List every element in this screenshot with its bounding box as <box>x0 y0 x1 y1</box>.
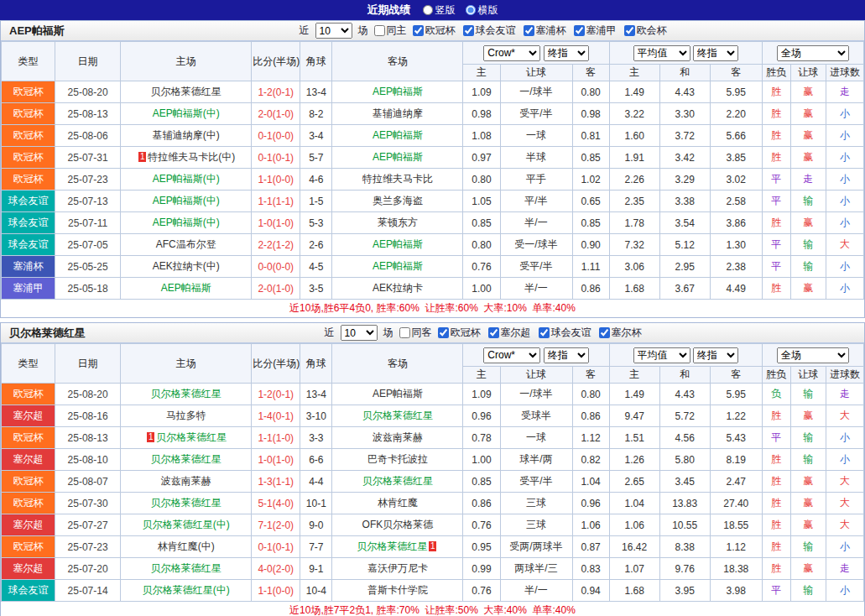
away-team-cell[interactable]: AEP帕福斯 <box>332 125 463 147</box>
league-filter[interactable]: 塞尔杯 <box>599 326 642 340</box>
league-checkbox[interactable] <box>413 25 424 36</box>
league-filter[interactable]: 塞尔超 <box>488 326 531 340</box>
away-team-cell[interactable]: 嘉沃伊万尼卡 <box>332 558 463 580</box>
average-time-select[interactable]: 终指 <box>693 45 738 61</box>
home-team-cell[interactable]: AEP帕福斯(中) <box>121 103 252 125</box>
layout-option-vertical[interactable]: 竖版 <box>423 3 456 18</box>
layout-radio[interactable] <box>466 5 476 15</box>
score-cell[interactable]: 1-0(1-0) <box>252 212 300 234</box>
league-checkbox[interactable] <box>539 327 550 338</box>
score-cell[interactable]: 1-1(0-0) <box>252 580 300 602</box>
odds-time-select[interactable]: 终指 <box>544 45 589 61</box>
score-cell[interactable]: 1-2(0-1) <box>252 384 300 405</box>
layout-radio[interactable] <box>423 5 433 15</box>
away-team-cell[interactable]: 基辅迪纳摩 <box>332 103 463 125</box>
home-team-cell[interactable]: 马拉多特 <box>121 405 252 427</box>
score-cell[interactable]: 1-1(1-1) <box>252 191 300 212</box>
away-team-cell[interactable]: AEP帕福斯 <box>332 81 463 103</box>
odds-source-select[interactable]: Crow* <box>483 347 540 363</box>
home-team-cell[interactable]: 贝尔格莱德红星 <box>121 384 252 405</box>
league-checkbox[interactable] <box>463 25 474 36</box>
away-team-cell[interactable]: AEP帕福斯 <box>332 234 463 256</box>
away-team-cell[interactable]: 贝尔格莱德红星 <box>332 471 463 493</box>
away-team-cell[interactable]: AEP帕福斯 <box>332 147 463 169</box>
home-team-cell[interactable]: AFC温布尔登 <box>121 234 252 256</box>
score-cell[interactable]: 2-2(1-2) <box>252 234 300 256</box>
away-team-cell[interactable]: AEP帕福斯 <box>332 256 463 278</box>
scope-select[interactable]: 全场 <box>777 347 849 363</box>
score-cell[interactable]: 2-0(1-0) <box>252 103 300 125</box>
away-team-cell[interactable]: 波兹南莱赫 <box>332 427 463 449</box>
away-team-cell[interactable]: 巴奇卡托波拉 <box>332 449 463 471</box>
recent-count-select[interactable]: 10 <box>315 23 352 39</box>
home-team-cell[interactable]: 贝尔格莱德红星(中) <box>121 514 252 536</box>
league-filter[interactable]: 欧会杯 <box>624 23 667 38</box>
home-team-cell[interactable]: 1贝尔格莱德红星 <box>121 427 252 449</box>
score-cell[interactable]: 0-1(0-0) <box>252 125 300 147</box>
league-checkbox[interactable] <box>438 327 449 338</box>
home-team-cell[interactable]: 林肯红魔(中) <box>121 536 252 558</box>
home-team-cell[interactable]: 波兹南莱赫 <box>121 471 252 493</box>
odds-time-select[interactable]: 终指 <box>544 347 589 363</box>
away-team-cell[interactable]: OFK贝尔格莱德 <box>332 514 463 536</box>
league-checkbox[interactable] <box>488 327 499 338</box>
score-cell[interactable]: 0-0(0-0) <box>252 256 300 278</box>
same-venue-checkbox[interactable] <box>374 25 385 36</box>
score-cell[interactable]: 7-1(2-0) <box>252 514 300 536</box>
away-team-cell[interactable]: 贝尔格莱德红星 <box>332 405 463 427</box>
home-team-cell[interactable]: AEK拉纳卡(中) <box>121 256 252 278</box>
odds-away-cell: 1.12 <box>572 427 609 449</box>
score-cell[interactable]: 5-1(4-0) <box>252 493 300 514</box>
home-team-cell[interactable]: 基辅迪纳摩(中) <box>121 125 252 147</box>
home-team-cell[interactable]: AEP帕福斯(中) <box>121 191 252 212</box>
recent-count-select[interactable]: 10 <box>341 325 378 341</box>
average-time-select[interactable]: 终指 <box>693 347 738 363</box>
league-filter[interactable]: 欧冠杯 <box>438 326 481 340</box>
score-cell[interactable]: 1-1(0-0) <box>252 169 300 191</box>
league-checkbox[interactable] <box>574 25 585 36</box>
league-filter[interactable]: 欧冠杯 <box>413 23 456 38</box>
home-team-cell[interactable]: AEP帕福斯 <box>121 278 252 300</box>
away-team-cell[interactable]: AEK拉纳卡 <box>332 278 463 300</box>
score-cell[interactable]: 0-1(0-1) <box>252 147 300 169</box>
home-team-cell[interactable]: 贝尔格莱德红星(中) <box>121 580 252 602</box>
league-checkbox[interactable] <box>599 327 610 338</box>
league-filter[interactable]: 塞浦甲 <box>574 23 617 38</box>
score-cell[interactable]: 1-2(0-1) <box>252 81 300 103</box>
league-filter[interactable]: 球会友谊 <box>539 326 591 340</box>
home-team-cell[interactable]: AEP帕福斯(中) <box>121 169 252 191</box>
odds-source-select[interactable]: Crow* <box>483 45 540 61</box>
layout-option-horizontal[interactable]: 横版 <box>466 3 498 18</box>
away-team-cell[interactable]: 莱顿东方 <box>332 212 463 234</box>
away-team-cell[interactable]: 奥兰多海盗 <box>332 191 463 212</box>
league-checkbox[interactable] <box>624 25 635 36</box>
same-venue-filter[interactable]: 同主 <box>374 23 407 38</box>
home-team-cell[interactable]: 贝尔格莱德红星 <box>121 493 252 514</box>
home-team-cell[interactable]: 贝尔格莱德红星 <box>121 81 252 103</box>
away-team-cell[interactable]: 特拉维夫马卡比 <box>332 169 463 191</box>
home-team-cell[interactable]: 贝尔格莱德红星 <box>121 558 252 580</box>
score-cell[interactable]: 0-1(0-1) <box>252 536 300 558</box>
score-cell[interactable]: 1-1(1-0) <box>252 427 300 449</box>
away-team-cell[interactable]: 普斯卡什学院 <box>332 580 463 602</box>
score-cell[interactable]: 4-0(2-0) <box>252 558 300 580</box>
scope-select[interactable]: 全场 <box>777 45 849 61</box>
league-filter[interactable]: 塞浦杯 <box>524 23 566 38</box>
average-select[interactable]: 平均值 <box>633 347 690 363</box>
score-cell[interactable]: 1-4(0-1) <box>252 405 300 427</box>
away-team-cell[interactable]: 贝尔格莱德红星1 <box>332 536 463 558</box>
team-section: 贝尔格莱德红星 近 10 场 同客 欧冠杯塞尔超球会友谊塞尔杯 类型 <box>0 322 865 616</box>
home-team-cell[interactable]: 1特拉维夫马卡比(中) <box>121 147 252 169</box>
score-cell[interactable]: 2-0(1-0) <box>252 278 300 300</box>
away-team-cell[interactable]: AEP帕福斯 <box>332 384 463 405</box>
home-team-cell[interactable]: 贝尔格莱德红星 <box>121 449 252 471</box>
same-venue-checkbox[interactable] <box>399 327 410 338</box>
away-team-cell[interactable]: 林肯红魔 <box>332 493 463 514</box>
score-cell[interactable]: 1-3(1-1) <box>252 471 300 493</box>
home-team-cell[interactable]: AEP帕福斯(中) <box>121 212 252 234</box>
average-select[interactable]: 平均值 <box>633 45 690 61</box>
score-cell[interactable]: 1-0(1-0) <box>252 449 300 471</box>
league-filter[interactable]: 球会友谊 <box>463 23 516 38</box>
same-venue-filter[interactable]: 同客 <box>399 326 432 340</box>
league-checkbox[interactable] <box>524 25 534 36</box>
